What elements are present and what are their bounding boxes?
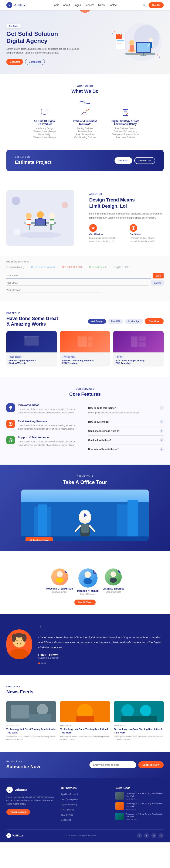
footer-service-5[interactable]: SEO Service [61,814,73,816]
nav-contact[interactable]: Contact [109,4,117,7]
faq-question-4[interactable]: Can I sell with them? + [88,438,164,442]
team-card-2: 91 Miranda H. Hakim Project Manager [77,568,98,595]
search-icon[interactable]: 🔍 [143,3,146,7]
footer-services-title: Our Services [61,786,109,789]
faq-question-2[interactable]: How to customize? + [88,420,164,424]
mission-text: Lorem ipsum dolor sit amet consectetur a… [89,237,123,243]
tab-fiver[interactable]: Fiver FSL [108,319,123,324]
testimonial-section: " I have been a keen observer of how the… [0,614,170,675]
faq-question-3[interactable]: Can I change image from it? + [88,429,164,433]
footer-news-3: Technology Is A Great Turning Revolution… [115,813,164,821]
feature-desc-3: Lorem ipsum dolor sit amet consectetur a… [18,440,82,447]
footer-appointment-button[interactable]: Fix Appointment [6,809,30,815]
svg-rect-17 [117,41,124,42]
svg-rect-60 [34,225,47,226]
news-excerpt-1: Lorem ipsum dolor sit amet consectetur a… [6,735,56,741]
faq-question-5[interactable]: How safe with swift theme? + [88,447,164,451]
social-twitter-icon[interactable]: t [144,833,149,838]
about-illustration [6,190,74,246]
footer-logo-text: VoltBuzz [14,788,27,792]
news-card-1: March 14, 2021 Technology Is A Great Tur… [6,701,56,741]
faq-toggle-5[interactable]: + [160,447,164,451]
nav-home[interactable]: Home [52,4,59,7]
nav-pages[interactable]: Pages [74,4,81,7]
services-grid: All Kind Of DigitalUX Product Mobile App… [6,107,164,139]
hero-illustration-svg [104,21,164,68]
form-name-input[interactable] [6,273,151,278]
office-title: Take A Office Tour [6,479,164,485]
form-submit-button[interactable]: Send [153,273,164,278]
estimate-contact-button[interactable]: Contact Us [134,157,155,164]
play-button[interactable] [80,510,90,521]
vision-title: Our Vision [130,233,164,236]
news-date-3: March 14, 2021 [114,724,164,726]
estimate-start-button[interactable]: Get Start [115,157,132,164]
faq-toggle-4[interactable]: + [160,438,164,442]
social-instagram-icon[interactable]: in [151,833,157,838]
subscribe-email-input[interactable] [89,762,136,768]
footer-news-text-1[interactable]: Technology Is A Great Turning Revolution… [126,792,164,800]
tab-ui-kit[interactable]: Ui Kit + App [125,319,143,324]
svg-rect-123 [29,714,51,721]
feature-icon-support [6,436,15,444]
vision-text: Lorem ipsum dolor sit amet consectetur a… [130,237,164,243]
footer-news-text-3[interactable]: Technology Is A Great Turning Revolution… [126,813,164,821]
svg-point-114 [9,649,29,659]
dot-3[interactable] [44,662,46,664]
team-score-3: 72 [118,568,122,573]
svg-point-30 [86,110,87,111]
svg-point-48 [19,232,61,238]
feature-icon-lightbulb [6,403,15,412]
hero-contact-button[interactable]: Contact Us [25,59,45,65]
footer-service-2[interactable]: Web Development [61,798,78,801]
footer-service-3[interactable]: Digital Marketing [61,803,77,806]
portfolio-see-more-button[interactable]: See More [145,318,164,324]
footer-service-1[interactable]: App Development [61,793,78,796]
nav-news[interactable]: News [98,4,104,7]
social-facebook-icon[interactable]: f [137,833,142,838]
faq-toggle-3[interactable]: + [160,429,164,433]
footer-service-4[interactable]: UI/UX Design [61,808,74,811]
news-title-2[interactable]: Technology Is A Great Turning Revolution… [60,728,110,734]
news-title-1[interactable]: Technology Is A Great Turning Revolution… [6,728,56,734]
team-role-3: Lead Developer [103,591,124,593]
form-cancel-button[interactable]: Cancel [151,280,164,286]
faq-question-1[interactable]: How to build this theme? − [88,406,164,410]
footer-news-col: News Feeds Technology Is A Great Turning… [115,786,164,823]
footer-news-text-2[interactable]: Technology Is A Great Turning Revolution… [126,802,164,810]
hero-get-start-button[interactable]: Get Start [6,59,23,65]
svg-point-76 [26,338,27,338]
tab-web-design[interactable]: Web Design [88,319,106,324]
portfolio-tag-1: Web Design [8,355,23,359]
footer-news-img-1 [115,792,124,800]
partner-form: Send Cancel [6,273,164,293]
faq-toggle-1[interactable]: − [160,406,164,410]
footer-service-6[interactable]: Consulting [61,819,71,821]
dot-2[interactable] [41,662,43,664]
portfolio-info-3: UI Kit B2c - Saas & App LandingPSD Templ… [113,352,164,367]
faq-5: How safe with swift theme? + Lorem ipsum… [88,445,164,454]
portfolio-image-2 [60,331,110,352]
portfolio-header: Have Done Some Great& Amazing Works Web … [6,316,164,327]
nav-services[interactable]: Services [85,4,94,7]
subscribe-button[interactable]: Subscribe Now [138,762,164,768]
faq-toggle-2[interactable]: + [160,420,164,424]
office-badge: Business Street [26,537,53,541]
see-all-team-button[interactable]: See All Team [74,599,95,605]
testimonial-inner: " I have been a keen observer of how the… [6,624,164,664]
portfolio-image-1 [6,331,57,352]
hire-us-button[interactable]: Hire Us [148,2,164,8]
nav-about[interactable]: About [63,4,70,7]
social-linkedin-icon[interactable]: li [159,833,164,838]
form-email-input[interactable] [6,280,149,286]
service-card-2: Product & BusinessTo Growth Starting Bus… [68,107,102,139]
testimonial-name: Hilix D. Browni [38,653,164,657]
about-stats: Our Mission Lorem ipsum dolor sit amet c… [89,224,164,243]
service-title-2: Product & BusinessTo Growth [68,120,102,126]
footer-services-list: App Development Web Development Digital … [61,792,109,822]
estimate-wrapper: Get Estimate Estimate Project Get Start … [0,150,170,180]
dot-1[interactable] [38,662,40,664]
form-message-input[interactable] [6,287,101,293]
logo[interactable]: V VoltBuzz [6,2,27,8]
news-title-3[interactable]: Technology Is A Great Turning Revolution… [114,728,164,734]
